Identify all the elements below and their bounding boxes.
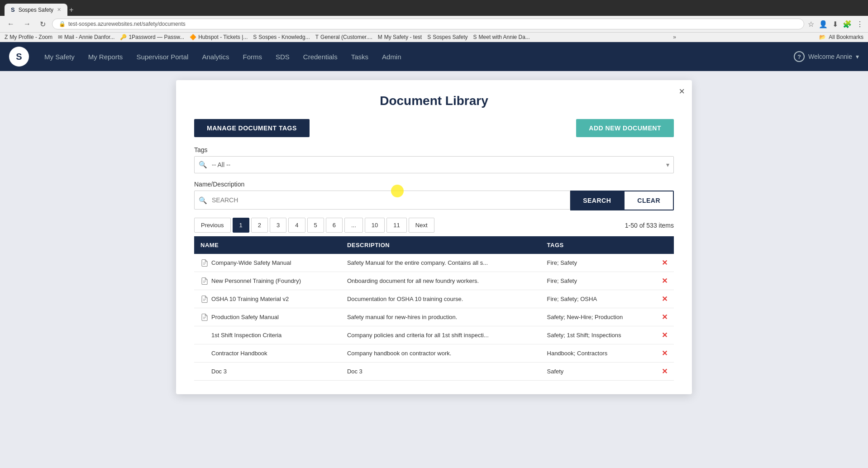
tags-section: Tags 🔍 -- All -- ▾ bbox=[194, 146, 674, 173]
cell-name: 1st Shift Inspection Criteria bbox=[194, 326, 341, 344]
address-text: test-sospes.azurewebsites.net/safety/doc… bbox=[68, 21, 186, 27]
bookmark-meet-annie[interactable]: S Meet with Annie Da... bbox=[473, 34, 530, 40]
cell-delete[interactable]: ✕ bbox=[655, 254, 674, 272]
bookmarks-star-icon[interactable]: ☆ bbox=[808, 20, 814, 29]
delete-row-button[interactable]: ✕ bbox=[662, 313, 668, 321]
cell-delete[interactable]: ✕ bbox=[655, 272, 674, 290]
delete-row-button[interactable]: ✕ bbox=[662, 295, 668, 303]
cell-tags: Handbook; Contractors bbox=[541, 344, 655, 363]
next-page-button[interactable]: Next bbox=[409, 218, 434, 233]
bookmark-1password[interactable]: 🔑 1Password — Passw... bbox=[120, 34, 184, 40]
modal-actions: MANAGE DOCUMENT TAGS ADD NEW DOCUMENT bbox=[194, 119, 674, 137]
table-row: New Personnel Training (Foundry) Onboard… bbox=[194, 272, 674, 290]
cell-name: Production Safety Manual bbox=[194, 308, 341, 326]
nav-my-safety[interactable]: My Safety bbox=[38, 49, 81, 64]
bookmark-general[interactable]: T General (Customer.... bbox=[315, 34, 372, 40]
cell-description: Safety Manual for the entire company. Co… bbox=[341, 254, 541, 272]
search-button[interactable]: SEARCH bbox=[570, 191, 624, 210]
documents-table: NAME DESCRIPTION TAGS Company-Wide Safet… bbox=[194, 236, 674, 381]
search-input-wrapper: 🔍 bbox=[194, 191, 570, 210]
bookmark-sospes-k-icon: S bbox=[253, 34, 257, 40]
active-tab[interactable]: S Sospes Safety ✕ bbox=[5, 4, 67, 16]
bookmark-sospes-s-icon: S bbox=[427, 34, 431, 40]
cell-description: Doc 3 bbox=[341, 363, 541, 381]
cell-name: OSHA 10 Training Material v2 bbox=[194, 290, 341, 308]
nav-my-reports[interactable]: My Reports bbox=[82, 49, 129, 64]
page-2-button[interactable]: 2 bbox=[251, 218, 268, 233]
add-new-document-button[interactable]: ADD NEW DOCUMENT bbox=[576, 119, 674, 137]
tags-chevron-icon: ▾ bbox=[666, 161, 669, 168]
doc-icon bbox=[200, 313, 209, 321]
cell-delete[interactable]: ✕ bbox=[655, 344, 674, 363]
bookmark-meet-icon: S bbox=[473, 34, 477, 40]
page-background: × Document Library MANAGE DOCUMENT TAGS … bbox=[0, 71, 868, 468]
manage-document-tags-button[interactable]: MANAGE DOCUMENT TAGS bbox=[194, 119, 310, 137]
table-row: Company-Wide Safety Manual Safety Manual… bbox=[194, 254, 674, 272]
app-navbar: S My Safety My Reports Supervisor Portal… bbox=[0, 42, 868, 71]
nav-supervisor-portal[interactable]: Supervisor Portal bbox=[130, 49, 195, 64]
cell-delete[interactable]: ✕ bbox=[655, 290, 674, 308]
page-1-button[interactable]: 1 bbox=[233, 218, 249, 233]
nav-tasks[interactable]: Tasks bbox=[345, 49, 375, 64]
tab-close-icon[interactable]: ✕ bbox=[57, 7, 61, 13]
search-input[interactable] bbox=[194, 191, 570, 210]
delete-row-button[interactable]: ✕ bbox=[662, 258, 668, 267]
app-logo[interactable]: S bbox=[9, 47, 29, 67]
doc-icon bbox=[200, 277, 209, 285]
download-icon[interactable]: ⬇ bbox=[832, 20, 838, 29]
bookmark-sospes-knowledge[interactable]: S Sospes - Knowledg... bbox=[253, 34, 310, 40]
bookmark-hubspot[interactable]: 🔶 Hubspot - Tickets |... bbox=[190, 34, 248, 40]
delete-row-button[interactable]: ✕ bbox=[662, 349, 668, 358]
extensions-icon[interactable]: 🧩 bbox=[843, 20, 852, 29]
delete-row-button[interactable]: ✕ bbox=[662, 331, 668, 339]
reload-button[interactable]: ↻ bbox=[37, 19, 48, 29]
previous-page-button[interactable]: Previous bbox=[194, 218, 231, 233]
help-icon[interactable]: ? bbox=[794, 51, 805, 62]
table-header-row: NAME DESCRIPTION TAGS bbox=[194, 236, 674, 254]
address-bar[interactable]: 🔒 test-sospes.azurewebsites.net/safety/d… bbox=[52, 19, 804, 29]
bookmark-sospes-safety[interactable]: S Sospes Safety bbox=[427, 34, 467, 40]
nav-sds[interactable]: SDS bbox=[269, 49, 296, 64]
nav-admin[interactable]: Admin bbox=[376, 49, 408, 64]
tags-label: Tags bbox=[194, 146, 674, 153]
page-3-button[interactable]: 3 bbox=[270, 218, 286, 233]
cell-tags: Safety; New-Hire; Production bbox=[541, 308, 655, 326]
table-row: OSHA 10 Training Material v2 Documentati… bbox=[194, 290, 674, 308]
delete-row-button[interactable]: ✕ bbox=[662, 367, 668, 376]
nav-forms[interactable]: Forms bbox=[236, 49, 268, 64]
page-6-button[interactable]: 6 bbox=[326, 218, 343, 233]
user-menu[interactable]: ? Welcome Annie ▾ bbox=[794, 51, 859, 62]
profile-icon[interactable]: 👤 bbox=[819, 20, 828, 29]
bookmarks-bar: Z My Profile - Zoom ✉ Mail - Annie Danfo… bbox=[0, 33, 868, 42]
bookmarks-more-button[interactable]: » bbox=[673, 34, 676, 40]
page-4-button[interactable]: 4 bbox=[288, 218, 305, 233]
bookmark-mysafety-test[interactable]: M My Safety - test bbox=[378, 34, 422, 40]
page-5-button[interactable]: 5 bbox=[307, 218, 324, 233]
modal-close-button[interactable]: × bbox=[679, 86, 685, 97]
browser-toolbar: ← → ↻ 🔒 test-sospes.azurewebsites.net/sa… bbox=[0, 16, 868, 33]
all-bookmarks-icon: 📂 bbox=[819, 34, 826, 40]
page-10-button[interactable]: 10 bbox=[365, 218, 385, 233]
all-bookmarks-button[interactable]: 📂 All Bookmarks bbox=[819, 34, 863, 40]
modal-overlay: × Document Library MANAGE DOCUMENT TAGS … bbox=[176, 80, 692, 394]
browser-tabs: S Sospes Safety ✕ + bbox=[5, 4, 863, 16]
delete-row-button[interactable]: ✕ bbox=[662, 277, 668, 285]
new-tab-button[interactable]: + bbox=[69, 6, 73, 14]
bookmark-mysafety-icon: M bbox=[378, 34, 382, 40]
back-button[interactable]: ← bbox=[5, 19, 17, 29]
clear-button[interactable]: CLEAR bbox=[624, 191, 674, 210]
cell-delete[interactable]: ✕ bbox=[655, 326, 674, 344]
items-count: 1-50 of 533 items bbox=[625, 222, 674, 229]
table-row: Doc 3 Doc 3 Safety ✕ bbox=[194, 363, 674, 381]
page-11-button[interactable]: 11 bbox=[386, 218, 406, 233]
cell-delete[interactable]: ✕ bbox=[655, 363, 674, 381]
cell-tags: Fire; Safety; OSHA bbox=[541, 290, 655, 308]
tags-select[interactable]: -- All -- bbox=[194, 156, 674, 173]
bookmark-mail[interactable]: ✉ Mail - Annie Danfor... bbox=[58, 34, 114, 40]
bookmark-zoom[interactable]: Z My Profile - Zoom bbox=[5, 34, 52, 40]
menu-icon[interactable]: ⋮ bbox=[856, 20, 863, 29]
nav-credentials[interactable]: Credentials bbox=[297, 49, 344, 64]
nav-analytics[interactable]: Analytics bbox=[196, 49, 235, 64]
cell-delete[interactable]: ✕ bbox=[655, 308, 674, 326]
forward-button[interactable]: → bbox=[21, 19, 33, 29]
